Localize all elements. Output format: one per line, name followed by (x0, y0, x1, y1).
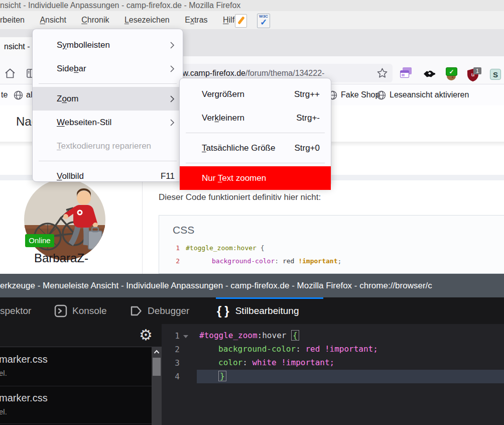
menu-separator (186, 133, 325, 133)
stylesheet-list-item[interactable]: marker.css el. (0, 386, 152, 424)
gear-icon[interactable]: ⚙ (139, 328, 153, 343)
menu-item-zoom[interactable]: Zoom (33, 87, 183, 111)
post-code-line-2: 2background-color: red !important; (159, 257, 341, 265)
window-title: nsicht - Individuelle Anpassungen - camp… (0, 1, 240, 10)
devtools-tab-stilbearbeitung[interactable]: { } Stilbearbeitung (217, 297, 299, 324)
editor-code-line-2[interactable]: background-color: red !important; (218, 344, 378, 354)
code-language-label: CSS (173, 224, 194, 236)
submenu-chevron-icon (170, 95, 175, 103)
submenu-chevron-icon (170, 119, 175, 127)
bookmark-item-leseansicht[interactable]: Leseansicht aktivieren (376, 84, 469, 105)
stylus-extension-icon[interactable]: S (490, 69, 501, 80)
globe-icon (376, 90, 386, 100)
devtools-tab-debugger[interactable]: Debugger (130, 297, 189, 324)
menu-shortcut: Strg++ (294, 89, 320, 99)
menu-shortcut: Strg+- (296, 113, 320, 123)
menu-item-webseiten-stil[interactable]: Webseiten-Stil (33, 111, 183, 134)
bookmark-fragment-left[interactable]: te (1, 84, 8, 105)
menu-bar: rbeiten Ansicht Chronik Lesezeichen Extr… (0, 11, 504, 29)
bookmark-item-fake-shop[interactable]: Fake Shop (328, 84, 380, 105)
w3c-validator-icon[interactable]: W3C ✓ (257, 14, 270, 28)
username[interactable]: BarbaraZ- (34, 251, 88, 265)
menu-shortcut: F11 (161, 171, 175, 181)
menu-separator (39, 83, 177, 84)
scrollbar-thumb[interactable] (153, 358, 161, 376)
menu-item-sidebar[interactable]: Sidebar (33, 57, 183, 80)
menubar-item-ansicht[interactable]: Ansicht (40, 11, 66, 29)
cookie-check-badge: ✓ (446, 67, 457, 76)
line-number: 2 (166, 345, 180, 354)
menu-separator (39, 161, 177, 161)
window-titlebar: nsicht - Individuelle Anpassungen - camp… (0, 0, 504, 11)
stylesheet-list-item[interactable]: marker.css el. (0, 347, 152, 386)
editor-code-line-3[interactable]: color: white !important; (218, 358, 334, 367)
devtools-window-titlebar: erkzeuge - Menueleiste Ansicht - Individ… (0, 274, 504, 297)
menubar-item-extras[interactable]: Extras (185, 11, 207, 29)
line-number: 3 (166, 358, 180, 368)
url-host: ww.camp-firefox.de (177, 69, 245, 77)
menu-item-symbolleisten[interactable]: Symbolleisten (33, 33, 183, 57)
bookmark-star-icon[interactable] (376, 67, 388, 79)
submenu-chevron-icon (170, 65, 175, 73)
tabs-front-pane (400, 70, 409, 78)
debugger-icon (130, 304, 143, 317)
menubar-item-chronik[interactable]: Chronik (81, 11, 109, 29)
editor-code-line-4[interactable]: } (218, 371, 226, 381)
devtools-window-title: erkzeuge - Menueleiste Ansicht - Individ… (0, 281, 432, 290)
fold-arrow-icon[interactable] (183, 335, 188, 338)
submenu-item-nur-text-zoomen[interactable]: Nur Text zoomen (180, 166, 331, 190)
line-number: 4 (166, 372, 180, 381)
menu-item-textkodierung[interactable]: Textkodierung reparieren (33, 134, 183, 158)
url-path: /forum/thema/134222- (245, 69, 324, 77)
tabs-extension-icon[interactable] (400, 67, 412, 79)
submenu-chevron-icon (170, 41, 175, 49)
bookmark-fragment-left2[interactable]: al (26, 84, 32, 105)
submenu-item-tatsaechliche-groesse[interactable]: Tatsächliche Größe Strg+0 (180, 136, 331, 160)
braces-icon: { } (217, 304, 230, 318)
submenu-item-verkleinern[interactable]: Verkleinern Strg+- (180, 106, 331, 130)
menu-item-vollbild[interactable]: Vollbild F11 (33, 164, 183, 188)
style-editor-toolbar: ⚙ (0, 324, 162, 347)
handshake-extension-icon[interactable] (423, 69, 436, 78)
menu-shortcut: Strg+0 (294, 143, 320, 153)
home-icon[interactable] (4, 67, 16, 79)
editor-active-line (197, 370, 504, 383)
ublock-extension-icon[interactable]: u 1 (467, 67, 482, 81)
console-icon (54, 304, 67, 317)
menubar-item-lesezeichen[interactable]: Lesezeichen (124, 11, 170, 29)
post-code-line-1: 1#toggle_zoom:hover { (159, 244, 265, 252)
editor-code-line-1[interactable]: #toggle_zoom:hover { (199, 331, 299, 340)
post-vertical-divider (142, 180, 143, 274)
pencil-glyph (237, 16, 244, 24)
cookie-extension-icon[interactable]: ✓ (445, 67, 459, 80)
zoom-submenu: Vergrößern Strg++ Verkleinern Strg+- Tat… (179, 78, 331, 187)
menubar-item-bearbeiten[interactable]: rbeiten (0, 11, 25, 29)
ublock-badge: 1 (473, 67, 481, 74)
line-number: 1 (166, 331, 180, 341)
globe-icon (14, 84, 23, 105)
online-status-badge: Online (25, 234, 54, 247)
devtools-tab-inspektor[interactable]: spektor (0, 297, 31, 324)
ansicht-menu: Symbolleisten Sidebar Zoom Webseiten-Sti… (32, 29, 183, 182)
submenu-item-vergroessern[interactable]: Vergrößern Strg++ (180, 82, 331, 106)
avatar[interactable] (24, 179, 105, 260)
devtools-tab-konsole[interactable]: Konsole (54, 297, 107, 324)
edit-note-icon[interactable] (235, 14, 247, 28)
post-intro-text: Dieser Code funktioniert definitiv hier … (159, 192, 321, 202)
menu-separator (186, 163, 325, 163)
screen: nsicht - Individuelle Anpassungen - camp… (0, 0, 504, 425)
